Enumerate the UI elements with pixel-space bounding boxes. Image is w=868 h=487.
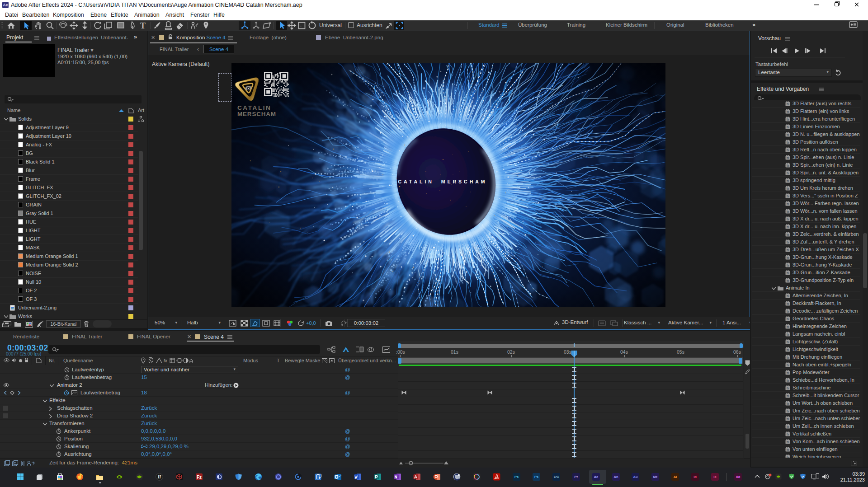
svg-text:fx: fx bbox=[787, 248, 789, 252]
svg-text:MERSCHAM: MERSCHAM bbox=[237, 111, 276, 117]
svg-text:fx: fx bbox=[787, 379, 789, 382]
svg-text:H: H bbox=[157, 475, 161, 479]
svg-text:fx: fx bbox=[787, 387, 789, 390]
svg-text:fx: fx bbox=[787, 187, 789, 190]
svg-text:fx: fx bbox=[787, 179, 789, 183]
svg-text:fx: fx bbox=[787, 341, 789, 344]
svg-text:fx: fx bbox=[787, 448, 789, 451]
svg-text:fx: fx bbox=[787, 141, 789, 144]
svg-text:fx: fx bbox=[787, 210, 789, 213]
svg-text:fx: fx bbox=[787, 156, 789, 159]
svg-text:fx: fx bbox=[787, 310, 789, 313]
svg-text:CATALIN MERSCHAM: CATALIN MERSCHAM bbox=[398, 179, 487, 184]
svg-text:fx: fx bbox=[787, 233, 789, 236]
svg-text:fx: fx bbox=[787, 348, 789, 351]
svg-text:fx: fx bbox=[787, 202, 789, 206]
svg-text:fx: fx bbox=[787, 394, 789, 398]
svg-text:fx: fx bbox=[787, 417, 789, 421]
svg-text:fx: fx bbox=[787, 402, 789, 405]
svg-text:fx: fx bbox=[787, 272, 789, 275]
svg-text:fx: fx bbox=[787, 172, 789, 175]
svg-text:fx: fx bbox=[787, 364, 789, 367]
svg-text:CATALIN: CATALIN bbox=[237, 104, 271, 111]
svg-text:fx: fx bbox=[787, 126, 789, 129]
svg-text:fx: fx bbox=[787, 440, 789, 444]
svg-text:fx: fx bbox=[787, 302, 789, 305]
svg-text:fx: fx bbox=[787, 279, 789, 282]
svg-text:fx: fx bbox=[787, 433, 789, 436]
svg-text:fx: fx bbox=[787, 103, 789, 106]
svg-text:fx: fx bbox=[787, 218, 789, 221]
svg-text:fx: fx bbox=[787, 118, 789, 121]
svg-text:Fz: Fz bbox=[197, 475, 202, 480]
svg-text:fx: fx bbox=[787, 333, 789, 336]
svg-text:fx: fx bbox=[787, 110, 789, 113]
svg-text:fx: fx bbox=[787, 356, 789, 359]
svg-text:fx: fx bbox=[787, 371, 789, 375]
svg-text:fx: fx bbox=[787, 149, 789, 152]
svg-text:fx: fx bbox=[787, 256, 789, 259]
svg-text:fx: fx bbox=[787, 225, 789, 229]
svg-text:fx: fx bbox=[787, 410, 789, 413]
svg-text:fx: fx bbox=[787, 195, 789, 198]
svg-text:fx: fx bbox=[787, 164, 789, 167]
svg-text:fx: fx bbox=[787, 318, 789, 321]
svg-text:fx: fx bbox=[787, 425, 789, 428]
svg-text:fx: fx bbox=[164, 358, 168, 363]
svg-text:fx: fx bbox=[787, 264, 789, 267]
svg-text:fx: fx bbox=[787, 133, 789, 136]
svg-text:fx: fx bbox=[787, 325, 789, 328]
svg-text:fx: fx bbox=[787, 241, 789, 244]
svg-text:fx: fx bbox=[787, 295, 789, 298]
